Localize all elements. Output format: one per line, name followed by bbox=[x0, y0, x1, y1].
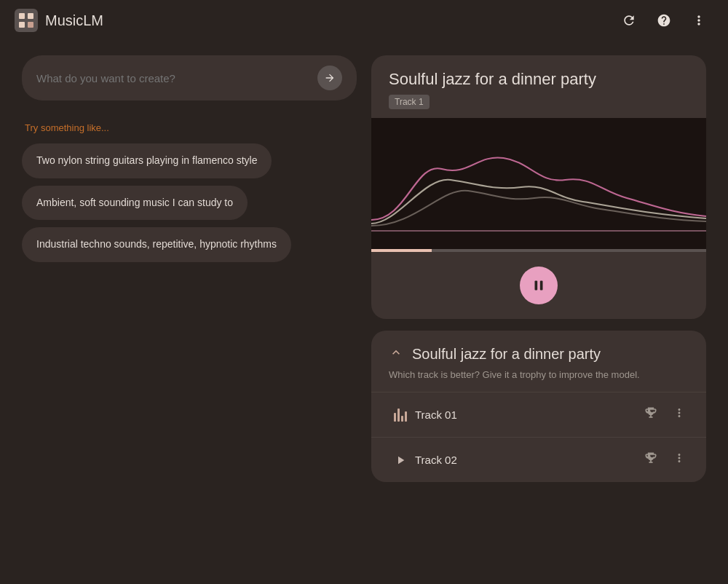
logo-icon bbox=[15, 9, 38, 32]
progress-bar-fill bbox=[371, 249, 432, 252]
track-02-actions bbox=[641, 448, 689, 472]
svg-rect-7 bbox=[540, 281, 543, 291]
track-02-name: Track 02 bbox=[412, 454, 641, 466]
try-label: Try something like... bbox=[22, 122, 357, 133]
player-title: Soulful jazz for a dinner party bbox=[389, 70, 689, 89]
suggestion-item-2[interactable]: Industrial techno sounds, repetitive, hy… bbox=[22, 227, 291, 262]
search-input[interactable] bbox=[36, 72, 317, 84]
track-01-more-button[interactable] bbox=[670, 403, 689, 426]
search-bar bbox=[22, 55, 357, 100]
player-header: Soulful jazz for a dinner party Track 1 bbox=[371, 55, 706, 118]
svg-rect-3 bbox=[19, 22, 25, 28]
progress-bar-container[interactable] bbox=[371, 249, 706, 252]
waveform-container bbox=[371, 118, 706, 249]
refresh-button[interactable] bbox=[614, 6, 644, 35]
svg-rect-4 bbox=[28, 22, 33, 28]
tracks-panel-title: Soulful jazz for a dinner party bbox=[412, 346, 601, 363]
track-02-trophy-button[interactable] bbox=[641, 448, 661, 472]
bars-icon bbox=[394, 409, 407, 422]
track-row-02[interactable]: Track 02 bbox=[371, 437, 706, 482]
svg-rect-2 bbox=[28, 13, 33, 19]
player-card: Soulful jazz for a dinner party Track 1 bbox=[371, 55, 706, 319]
track-row-01[interactable]: Track 01 bbox=[371, 392, 706, 437]
app-header: MusicLM bbox=[0, 0, 728, 41]
waveform-svg bbox=[371, 118, 706, 249]
search-submit-button[interactable] bbox=[317, 66, 342, 90]
more-options-button[interactable] bbox=[684, 6, 713, 35]
track-01-bars-icon bbox=[389, 403, 412, 427]
main-layout: Try something like... Two nylon string g… bbox=[0, 41, 728, 584]
header-actions bbox=[614, 6, 713, 35]
track-01-trophy-button[interactable] bbox=[641, 403, 661, 427]
player-controls bbox=[371, 252, 706, 319]
tracks-card: Soulful jazz for a dinner party Which tr… bbox=[371, 331, 706, 482]
logo-area: MusicLM bbox=[15, 9, 103, 32]
track-01-actions bbox=[641, 403, 689, 427]
left-panel: Try something like... Two nylon string g… bbox=[22, 55, 371, 569]
right-panel: Soulful jazz for a dinner party Track 1 bbox=[371, 55, 706, 569]
collapse-icon[interactable] bbox=[389, 345, 403, 363]
track-02-more-button[interactable] bbox=[670, 449, 689, 471]
suggestion-item-1[interactable]: Ambient, soft sounding music I can study… bbox=[22, 186, 248, 221]
play-pause-button[interactable] bbox=[520, 267, 558, 304]
suggestions-section: Try something like... Two nylon string g… bbox=[22, 122, 357, 262]
tracks-subtitle: Which track is better? Give it a trophy … bbox=[371, 369, 706, 392]
suggestion-list: Two nylon string guitars playing in flam… bbox=[22, 143, 357, 262]
app-name: MusicLM bbox=[45, 12, 103, 29]
help-button[interactable] bbox=[649, 6, 678, 35]
svg-rect-6 bbox=[535, 281, 538, 291]
track-badge: Track 1 bbox=[389, 95, 430, 109]
tracks-header: Soulful jazz for a dinner party bbox=[371, 331, 706, 369]
track-02-play-icon bbox=[389, 449, 412, 472]
track-01-name: Track 01 bbox=[412, 409, 641, 421]
svg-rect-0 bbox=[15, 9, 38, 32]
svg-rect-1 bbox=[19, 13, 25, 19]
suggestion-item-0[interactable]: Two nylon string guitars playing in flam… bbox=[22, 143, 272, 178]
